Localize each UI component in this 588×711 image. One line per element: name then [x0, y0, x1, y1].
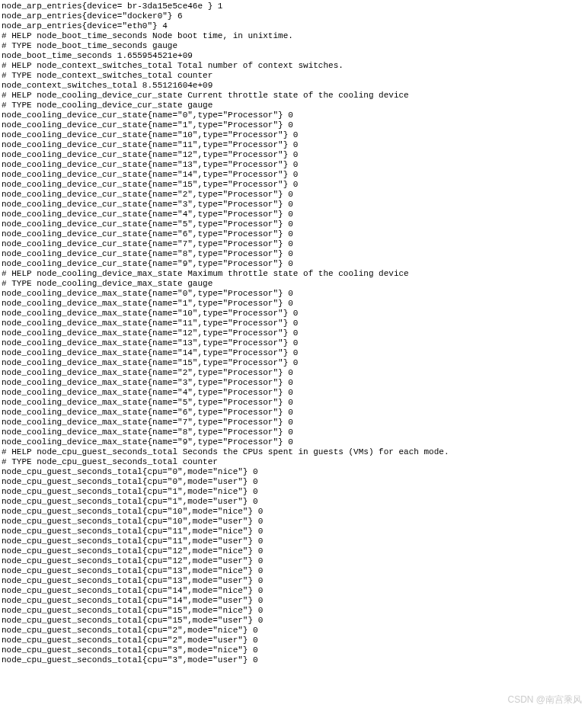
- metric-line: node_cooling_device_cur_state{name="4",t…: [2, 210, 586, 219]
- metric-line: node_cooling_device_max_state{name="15",…: [2, 358, 586, 368]
- metric-line: node_cooling_device_max_state{name="5",t…: [2, 398, 586, 408]
- metric-line: node_cooling_device_cur_state{name="14",…: [2, 170, 586, 180]
- metric-line: node_cooling_device_max_state{name="12",…: [2, 328, 586, 338]
- metric-line: node_cooling_device_cur_state{name="10",…: [2, 130, 586, 140]
- metric-line: node_cpu_guest_seconds_total{cpu="12",mo…: [2, 556, 586, 566]
- metric-line: # HELP node_context_switches_total Total…: [2, 61, 586, 71]
- metric-line: node_cpu_guest_seconds_total{cpu="15",mo…: [2, 616, 586, 626]
- metric-line: node_cooling_device_max_state{name="2",t…: [2, 368, 586, 378]
- metric-line: node_cpu_guest_seconds_total{cpu="2",mod…: [2, 626, 586, 636]
- metric-line: node_cpu_guest_seconds_total{cpu="13",mo…: [2, 566, 586, 576]
- metric-line: node_cooling_device_max_state{name="10",…: [2, 309, 586, 319]
- metric-line: # HELP node_cpu_guest_seconds_total Seco…: [2, 447, 586, 457]
- metric-line: node_arp_entries{device="eth0"} 4: [2, 21, 586, 31]
- metric-line: node_cooling_device_cur_state{name="9",t…: [2, 259, 586, 269]
- metric-line: node_cooling_device_cur_state{name="0",t…: [2, 110, 586, 120]
- metric-line: node_cooling_device_max_state{name="7",t…: [2, 418, 586, 428]
- metric-line: node_cooling_device_cur_state{name="1",t…: [2, 120, 586, 130]
- metric-line: node_context_switches_total 8.55121604e+…: [2, 81, 586, 91]
- metric-line: node_cpu_guest_seconds_total{cpu="10",mo…: [2, 517, 586, 527]
- metric-line: node_cpu_guest_seconds_total{cpu="13",mo…: [2, 576, 586, 586]
- metric-line: node_cooling_device_max_state{name="8",t…: [2, 428, 586, 437]
- metric-line: node_cpu_guest_seconds_total{cpu="12",mo…: [2, 546, 586, 556]
- metric-line: node_cooling_device_max_state{name="13",…: [2, 338, 586, 348]
- metric-line: node_cooling_device_max_state{name="3",t…: [2, 378, 586, 388]
- metric-line: node_cooling_device_max_state{name="6",t…: [2, 408, 586, 418]
- metric-line: node_cooling_device_cur_state{name="11",…: [2, 140, 586, 150]
- metric-line: node_arp_entries{device= br-3da15e5ce46e…: [2, 2, 586, 11]
- metric-line: node_cooling_device_cur_state{name="3",t…: [2, 200, 586, 210]
- metric-line: # HELP node_boot_time_seconds Node boot …: [2, 31, 586, 41]
- metric-line: node_cpu_guest_seconds_total{cpu="10",mo…: [2, 507, 586, 517]
- metric-line: node_cooling_device_cur_state{name="6",t…: [2, 229, 586, 239]
- metric-line: # TYPE node_cooling_device_max_state gau…: [2, 279, 586, 289]
- metric-line: node_cpu_guest_seconds_total{cpu="11",mo…: [2, 536, 586, 546]
- metrics-output: node_arp_entries{device= br-3da15e5ce46e…: [2, 2, 586, 665]
- metric-line: node_cooling_device_max_state{name="4",t…: [2, 388, 586, 398]
- metric-line: node_cooling_device_cur_state{name="13",…: [2, 160, 586, 170]
- metric-line: node_cooling_device_cur_state{name="7",t…: [2, 239, 586, 249]
- metric-line: node_cpu_guest_seconds_total{cpu="3",mod…: [2, 655, 586, 665]
- metric-line: node_cpu_guest_seconds_total{cpu="2",mod…: [2, 636, 586, 645]
- metric-line: # TYPE node_boot_time_seconds gauge: [2, 41, 586, 51]
- metric-line: node_cpu_guest_seconds_total{cpu="14",mo…: [2, 586, 586, 596]
- metric-line: # HELP node_cooling_device_max_state Max…: [2, 269, 586, 279]
- metric-line: node_cooling_device_cur_state{name="8",t…: [2, 249, 586, 259]
- metric-line: node_cooling_device_max_state{name="11",…: [2, 319, 586, 328]
- metric-line: node_cooling_device_cur_state{name="12",…: [2, 150, 586, 160]
- metric-line: node_cpu_guest_seconds_total{cpu="0",mod…: [2, 477, 586, 487]
- metric-line: node_cooling_device_max_state{name="0",t…: [2, 289, 586, 299]
- watermark-text: CSDN @南宫乘风: [507, 695, 582, 705]
- metric-line: node_cooling_device_cur_state{name="15",…: [2, 180, 586, 190]
- metric-line: node_cpu_guest_seconds_total{cpu="15",mo…: [2, 606, 586, 616]
- metric-line: # TYPE node_cooling_device_cur_state gau…: [2, 101, 586, 110]
- metric-line: node_cpu_guest_seconds_total{cpu="11",mo…: [2, 527, 586, 536]
- metric-line: node_boot_time_seconds 1.655954521e+09: [2, 51, 586, 61]
- metric-line: # TYPE node_context_switches_total count…: [2, 71, 586, 81]
- metric-line: node_arp_entries{device="docker0"} 6: [2, 11, 586, 21]
- metric-line: node_cooling_device_cur_state{name="2",t…: [2, 190, 586, 200]
- metric-line: node_cooling_device_max_state{name="9",t…: [2, 437, 586, 447]
- metric-line: node_cpu_guest_seconds_total{cpu="14",mo…: [2, 596, 586, 606]
- metric-line: # TYPE node_cpu_guest_seconds_total coun…: [2, 457, 586, 467]
- metric-line: node_cooling_device_cur_state{name="5",t…: [2, 219, 586, 229]
- metric-line: node_cooling_device_max_state{name="1",t…: [2, 299, 586, 309]
- metric-line: node_cpu_guest_seconds_total{cpu="1",mod…: [2, 487, 586, 497]
- metric-line: node_cooling_device_max_state{name="14",…: [2, 348, 586, 358]
- metric-line: node_cpu_guest_seconds_total{cpu="1",mod…: [2, 497, 586, 507]
- metric-line: node_cpu_guest_seconds_total{cpu="0",mod…: [2, 467, 586, 477]
- metric-line: node_cpu_guest_seconds_total{cpu="3",mod…: [2, 645, 586, 655]
- metric-line: # HELP node_cooling_device_cur_state Cur…: [2, 91, 586, 101]
